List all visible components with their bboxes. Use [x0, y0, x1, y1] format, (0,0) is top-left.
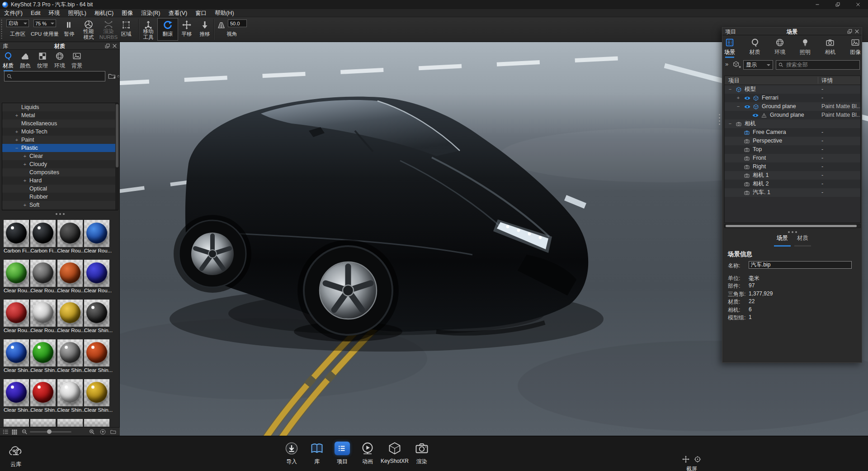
- menu-item-5[interactable]: 图像: [118, 9, 137, 17]
- bottom-item-animation[interactable]: 动画: [355, 441, 380, 466]
- region-icon[interactable]: [121, 20, 131, 30]
- slider-knob[interactable]: [47, 429, 52, 434]
- expander-icon[interactable]: −: [736, 102, 741, 111]
- pan-icon[interactable]: [182, 20, 192, 30]
- library-tree-item[interactable]: Optical: [2, 185, 118, 193]
- scene-info-value[interactable]: 汽车.bip: [749, 261, 852, 269]
- library-tree-item[interactable]: Miscellaneous: [2, 119, 118, 128]
- material-thumbnail[interactable]: Clear Rou...: [57, 220, 83, 253]
- project-tab-material[interactable]: 材质: [750, 38, 760, 56]
- dolly-icon[interactable]: [200, 20, 210, 30]
- menu-item-2[interactable]: 环境: [45, 9, 64, 17]
- import-material-icon[interactable]: [99, 428, 106, 435]
- expander-icon[interactable]: +: [22, 160, 28, 168]
- float-panel-icon[interactable]: [104, 43, 110, 49]
- library-search-input[interactable]: [4, 71, 105, 81]
- scene-tree-row[interactable]: 汽车. 1-: [725, 188, 860, 197]
- visibility-eye-icon[interactable]: [752, 113, 759, 118]
- expander-icon[interactable]: −: [727, 85, 733, 94]
- material-thumbnail[interactable]: Clear Rou...: [84, 220, 109, 253]
- scene-tree-row[interactable]: −Ground planePaint Matte Bl...: [725, 102, 860, 111]
- minimize-button[interactable]: [807, 0, 827, 9]
- scene-tree-row[interactable]: 相机 1-: [725, 171, 860, 180]
- material-thumbnail[interactable]: Clear Shin...: [4, 379, 29, 413]
- bottom-item-librarybook[interactable]: 库: [304, 441, 330, 466]
- library-tab-environment[interactable]: 环境: [54, 51, 65, 70]
- scene-tree-hscrollbar[interactable]: [724, 224, 861, 228]
- display-filter-dropdown[interactable]: 显示: [743, 60, 773, 70]
- column-divider[interactable]: [818, 77, 818, 84]
- bottom-item-importicon[interactable]: 导入: [279, 441, 304, 466]
- expander-icon[interactable]: +: [14, 111, 19, 119]
- material-thumbnail[interactable]: Clear Shin...: [57, 379, 83, 413]
- scene-tree-row[interactable]: Perspective-: [725, 137, 860, 145]
- library-tree-item[interactable]: Rubber: [2, 193, 118, 201]
- close-panel-icon[interactable]: [854, 29, 860, 34]
- refresh-icon[interactable]: [117, 72, 120, 81]
- library-tree-item[interactable]: +Paint: [2, 136, 118, 144]
- library-tree-item[interactable]: +Soft: [2, 201, 118, 209]
- scene-bottom-tab-1[interactable]: 材质: [795, 234, 810, 245]
- expander-icon[interactable]: −: [727, 119, 733, 128]
- move-viewport-icon[interactable]: [682, 455, 690, 463]
- float-panel-icon[interactable]: [847, 29, 853, 34]
- scene-tree-row[interactable]: Front-: [725, 154, 860, 162]
- close-panel-icon[interactable]: [112, 43, 118, 49]
- library-tab-texture[interactable]: 纹理: [37, 51, 48, 70]
- menu-item-4[interactable]: 相机(C): [90, 9, 118, 17]
- expander-icon[interactable]: +: [22, 176, 28, 185]
- expander-icon[interactable]: +: [14, 128, 19, 136]
- target-icon[interactable]: [693, 455, 702, 463]
- scene-tree-row[interactable]: Top-: [725, 145, 860, 154]
- scene-tree-row[interactable]: −模型-: [725, 85, 860, 94]
- library-splitter[interactable]: [0, 212, 120, 215]
- project-tab-environment[interactable]: 环境: [774, 38, 785, 56]
- bottom-item-projecticon[interactable]: 项目: [330, 441, 355, 466]
- scene-tree-row[interactable]: Free Camera-: [725, 128, 860, 137]
- material-thumbnail[interactable]: Clear Shin...: [30, 339, 56, 373]
- bottom-item-keyshotxr[interactable]: KeyShotXR: [380, 441, 409, 464]
- close-button[interactable]: [848, 0, 868, 9]
- project-tab-scene[interactable]: 场景: [724, 38, 735, 56]
- material-thumbnail[interactable]: Clear Shin...: [57, 339, 83, 373]
- library-tree-item[interactable]: Composites: [2, 168, 118, 176]
- scene-tree-row[interactable]: +Ferrari-: [725, 94, 860, 102]
- material-thumbnail[interactable]: Clear Shin...: [84, 339, 109, 373]
- expander-icon[interactable]: −: [14, 144, 19, 152]
- fov-input[interactable]: 50.0: [228, 19, 247, 27]
- list-view-icon[interactable]: [2, 428, 9, 435]
- project-tab-image[interactable]: 图像: [850, 38, 861, 56]
- material-thumbnail[interactable]: Clear Rou...: [57, 300, 83, 333]
- menu-item-9[interactable]: 帮助(H): [211, 9, 238, 17]
- visibility-eye-icon[interactable]: [744, 105, 751, 109]
- workspace-dropdown[interactable]: 启动: [6, 19, 29, 27]
- menu-item-7[interactable]: 查看(V): [165, 9, 192, 17]
- material-thumbnail[interactable]: Clear Shin...: [4, 339, 29, 373]
- expander-icon[interactable]: +: [736, 94, 741, 102]
- project-tab-lighting[interactable]: 照明: [800, 38, 811, 56]
- tumble-icon[interactable]: [162, 20, 173, 31]
- material-thumbnail[interactable]: Carbon Fi...: [30, 220, 56, 253]
- expander-icon[interactable]: +: [14, 136, 19, 144]
- screenshot-label[interactable]: 截屏: [676, 465, 707, 471]
- menu-item-1[interactable]: Edit: [27, 9, 45, 17]
- menu-item-8[interactable]: 窗口: [191, 9, 211, 17]
- open-folder-icon[interactable]: [110, 428, 117, 435]
- cloud-library-button[interactable]: 云库: [8, 443, 24, 468]
- scene-bottom-tab-0[interactable]: 场景: [775, 234, 790, 245]
- material-thumbnail[interactable]: Carbon Fi...: [4, 220, 29, 253]
- restore-button[interactable]: [827, 0, 848, 9]
- library-tab-color[interactable]: 颜色: [20, 51, 31, 70]
- material-thumbnail[interactable]: Clear Shin...: [30, 379, 56, 413]
- material-thumbnail[interactable]: Clear Rou...: [4, 300, 29, 333]
- material-thumbnail[interactable]: Clear Rou...: [4, 260, 29, 293]
- cpu-usage-dropdown[interactable]: 75 %: [33, 19, 56, 27]
- zoom-in-icon[interactable]: [89, 428, 95, 435]
- scene-tree-row[interactable]: Ground planePaint Matte Bl...: [725, 111, 860, 119]
- library-tree-item[interactable]: +Hard: [2, 176, 118, 185]
- material-thumbnail[interactable]: Clear Shin...: [84, 379, 109, 413]
- visibility-eye-icon[interactable]: [744, 96, 751, 100]
- bottom-item-rendercam[interactable]: 渲染: [409, 441, 434, 466]
- scene-tree-row[interactable]: Right-: [725, 162, 860, 171]
- grid-view-icon[interactable]: [11, 428, 18, 435]
